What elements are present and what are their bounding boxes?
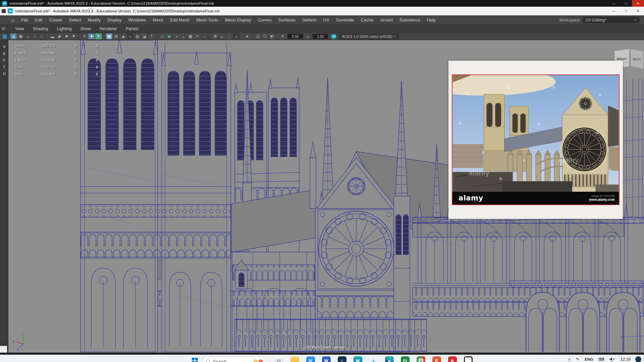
icon-safe-title[interactable]: T <box>148 34 155 39</box>
home-icon[interactable]: ⌂ <box>11 17 14 23</box>
icon-select-by-type[interactable]: A <box>10 34 17 39</box>
left-panel-sliver[interactable]: VEFTU z <box>0 40 8 355</box>
icon-image-plane[interactable]: ✐ <box>81 34 88 39</box>
search-input[interactable]: Search <box>203 356 266 362</box>
menu-item-view[interactable]: View <box>11 25 29 33</box>
taskbar-photopea-icon[interactable]: Pt <box>401 356 410 362</box>
icon-2d-pan-zoom[interactable]: ✚ <box>88 34 95 39</box>
taskbar-adobe-icon[interactable]: A <box>448 356 457 362</box>
taskbar-telegram-icon[interactable]: ✈ <box>369 356 378 362</box>
touch-keyboard-icon[interactable]: ⌨ <box>598 357 604 362</box>
icon-safe-action[interactable]: ◪ <box>141 34 148 39</box>
icon-layer-back[interactable]: ❐ <box>262 34 268 39</box>
menu-item-windows[interactable]: Windows <box>125 15 150 25</box>
icon-select-cursor[interactable]: ➤ <box>244 34 250 39</box>
menu-item-mesh[interactable]: Mesh <box>149 15 167 25</box>
menu-item-display[interactable]: Display <box>104 15 125 25</box>
menu-item-substance[interactable]: Substance <box>396 15 423 25</box>
reference-photo[interactable]: aaaaaaaaaaaaalamyalamy alamy Image ID: 2… <box>452 74 620 205</box>
icon-lighting-cube[interactable]: ◆ <box>166 34 172 39</box>
icon-checker[interactable]: ▩ <box>187 34 194 39</box>
color-management-toggle[interactable]: ON <box>331 34 336 39</box>
reference-image-panel[interactable]: aaaaaaaaaaaaalamyalamy alamy Image ID: 2… <box>448 61 623 219</box>
maya-restore-button[interactable]: □ <box>620 7 632 15</box>
maya-minimize-button[interactable]: — <box>608 7 620 15</box>
menu-item-select[interactable]: Select <box>65 15 84 25</box>
menu-item-mesh-tools[interactable]: Mesh Tools <box>193 15 222 25</box>
menu-item-edit-mesh[interactable]: Edit Mesh <box>167 15 193 25</box>
icon-select-marquee[interactable]: ▣ <box>17 34 24 39</box>
menu-item-generate[interactable]: Generate <box>333 15 358 25</box>
taskbar-powerpoint-icon[interactable]: P <box>432 356 441 362</box>
menu-item-modify[interactable]: Modify <box>85 15 104 25</box>
icon-camera-attributes[interactable]: ▬ <box>49 34 56 39</box>
menu-item-lighting[interactable]: Lighting <box>53 25 76 33</box>
taskbar-folder-icon[interactable] <box>290 356 299 362</box>
icon-resolution-gate[interactable]: ◙ <box>120 34 126 39</box>
taskbar-copilot-icon[interactable] <box>464 356 473 362</box>
gamma-icon[interactable]: ◗ <box>305 34 311 39</box>
icon-gate-mask[interactable]: ■ <box>127 34 133 39</box>
menu-item-renderer[interactable]: Renderer <box>95 25 121 33</box>
icon-layer-front[interactable]: ❏ <box>255 34 261 39</box>
maximize-button[interactable]: □ <box>620 0 632 7</box>
pen-icon[interactable]: ✎ <box>576 357 579 362</box>
taskbar-twitter-icon[interactable]: t <box>338 356 346 362</box>
icon-bookmark[interactable]: ⚑ <box>70 34 77 39</box>
exposure-field[interactable]: 0.00 <box>287 34 303 39</box>
menu-item-curves[interactable]: Curves <box>254 15 275 25</box>
language-indicator[interactable]: ENG <box>585 357 593 361</box>
tray-overflow-button[interactable]: ∧ <box>568 357 571 362</box>
menu-item-deform[interactable]: Deform <box>299 15 320 25</box>
icon-occlusion[interactable]: ◐ <box>219 34 225 39</box>
notification-button[interactable] <box>635 356 641 362</box>
close-button[interactable]: ✕ <box>632 0 644 7</box>
icon-textured[interactable]: ❂ <box>212 34 218 39</box>
icon-layer-corner[interactable]: ◩ <box>269 34 275 39</box>
left-panel-menu-stub[interactable]: Vi <box>0 25 8 33</box>
volume-muted-icon[interactable]: ✕ <box>609 358 615 361</box>
colorspace-selector[interactable]: ACES 1.0 SDR-video (sRGB) ▼ <box>339 34 399 40</box>
icon-camera-settings[interactable]: ✱ <box>63 34 70 39</box>
start-button[interactable] <box>191 356 199 362</box>
icon-multisample[interactable]: ■ <box>233 34 239 39</box>
icon-grease-pencil[interactable]: ✎ <box>95 34 102 39</box>
icon-shadows[interactable]: ● <box>201 34 208 39</box>
icon-motion-blur[interactable]: ◌ <box>226 34 232 39</box>
menu-item-file[interactable]: File <box>18 15 32 25</box>
maya-close-button[interactable]: ✕ <box>632 7 644 15</box>
taskbar-maya-icon[interactable]: M <box>354 356 362 362</box>
workspace-selector[interactable]: UV Editing* ▼ <box>583 17 639 23</box>
icon-grid[interactable]: ▦ <box>106 34 112 39</box>
taskbar-edge-icon[interactable]: e <box>385 356 394 362</box>
menu-item-edit[interactable]: Edit <box>32 15 46 25</box>
icon-shade-sphere[interactable]: ◒ <box>180 34 186 39</box>
icon-select-object[interactable]: ◍ <box>39 34 45 39</box>
taskbar-word-icon[interactable]: W <box>322 356 331 362</box>
taskbar-chrome-icon[interactable] <box>417 356 425 362</box>
menu-item-panels[interactable]: Panels <box>121 25 143 33</box>
menu-item-show[interactable]: Show <box>76 25 95 33</box>
menu-item-surfaces[interactable]: Surfaces <box>275 15 299 25</box>
icon-select-lasso[interactable]: ■ <box>24 34 31 39</box>
icon-isolate-select[interactable]: ◇ <box>159 34 165 39</box>
gamma-field[interactable]: 1.00 <box>313 34 328 39</box>
menu-item-cache[interactable]: Cache <box>358 15 377 25</box>
icon-exposure[interactable]: ✳ <box>279 34 286 39</box>
icon-film-gate[interactable]: ▤ <box>113 34 119 39</box>
minimize-button[interactable]: — <box>608 0 620 7</box>
icon-select-paint[interactable]: ● <box>32 34 38 39</box>
menu-item-shading[interactable]: Shading <box>29 25 53 33</box>
menu-item-help[interactable]: Help <box>423 15 439 25</box>
menu-item-arnold[interactable]: Arnold <box>377 15 396 25</box>
taskbar-store-icon[interactable]: ▥ <box>306 356 315 362</box>
icon-field-chart[interactable]: ▨ <box>134 34 141 39</box>
icon-default-lighting[interactable]: ☀ <box>194 34 201 39</box>
menu-item-mesh-display[interactable]: Mesh Display <box>221 15 254 25</box>
menu-item-uv[interactable]: UV <box>320 15 333 25</box>
taskbar-explorer-icon[interactable]: ▤ <box>275 356 283 362</box>
clock[interactable]: 12:16 <box>621 357 631 362</box>
icon-shade-half[interactable]: ◑ <box>173 34 179 39</box>
icon-camera-lock[interactable]: ◉ <box>56 34 63 39</box>
menu-item-create[interactable]: Create <box>46 15 65 25</box>
